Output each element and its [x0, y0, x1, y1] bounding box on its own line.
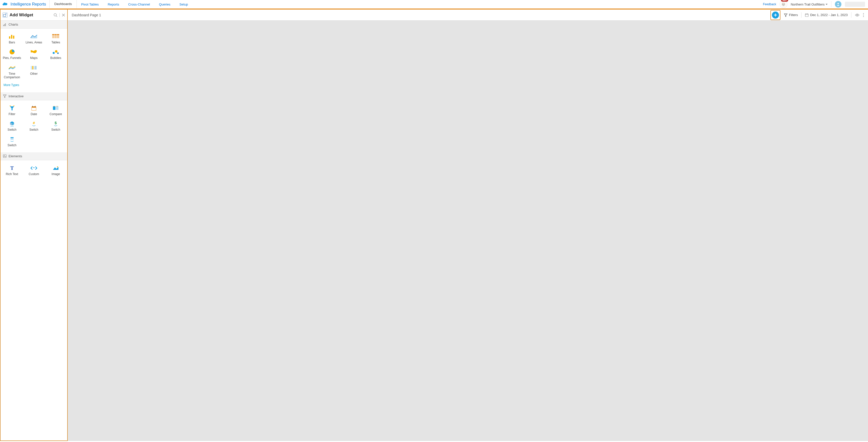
svg-point-24: [53, 52, 55, 54]
widget-switch-hash[interactable]: # Switch: [23, 118, 45, 134]
svg-rect-17: [52, 34, 59, 35]
dashboard-canvas-area: Dashboard Page 1 Filters Dec 1, 2022 - J…: [68, 9, 868, 441]
switch-calendar-icon: [8, 136, 16, 142]
filters-button[interactable]: Filters: [784, 13, 798, 17]
section-body-charts: Bars Lines, Areas Tables Pies, Funnels M…: [0, 29, 67, 92]
divider: [801, 12, 802, 18]
section-header-elements: Elements: [0, 152, 67, 160]
svg-text:T: T: [10, 165, 14, 170]
widget-pies-funnels[interactable]: Pies, Funnels: [1, 46, 23, 62]
pies-icon: [8, 49, 16, 55]
app-title: Intelligence Reports: [10, 2, 46, 6]
funnel-icon: [784, 13, 787, 17]
switch-cube-icon: [8, 121, 16, 126]
tables-icon: [52, 34, 60, 39]
widget-bubbles[interactable]: Bubbles: [45, 46, 67, 62]
bars-icon: [8, 34, 16, 39]
section-body-elements: T Rich Text Custom Image: [0, 160, 67, 181]
widget-date[interactable]: Date: [23, 103, 45, 118]
chevron-down-icon: [826, 4, 828, 5]
add-widget-icon: [2, 12, 7, 18]
svg-line-8: [56, 16, 57, 17]
time-comparison-icon: [8, 65, 16, 70]
custom-icon: [30, 165, 38, 171]
svg-rect-16: [13, 36, 14, 39]
funnel-icon: [3, 94, 6, 98]
section-body-interactive: Filter Date Compare Switch # Switch: [0, 100, 67, 152]
svg-rect-15: [11, 35, 12, 39]
svg-rect-20: [52, 37, 59, 38]
svg-point-2: [784, 4, 784, 4]
svg-rect-19: [52, 36, 59, 37]
canvas-toolbar: Dashboard Page 1 Filters Dec 1, 2022 - J…: [68, 9, 868, 21]
date-range-picker[interactable]: Dec 1, 2022 - Jan 1, 2023: [805, 13, 848, 17]
svg-rect-47: [10, 137, 13, 138]
feedback-link[interactable]: Feedback: [763, 2, 776, 6]
close-icon[interactable]: [62, 13, 65, 17]
compare-widget-icon: [52, 105, 60, 111]
divider: [851, 12, 851, 18]
switch-hash-icon: #: [30, 121, 38, 126]
svg-rect-27: [31, 66, 32, 69]
widget-switch-calendar[interactable]: Switch: [1, 134, 23, 150]
svg-point-7: [54, 13, 57, 16]
other-icon: [30, 65, 38, 70]
nav-tab-cross-channel[interactable]: Cross-Channel: [124, 0, 155, 8]
nav-right: Feedback 99+ Northern Trail Outfitters: [763, 0, 868, 8]
add-widget-button[interactable]: [772, 11, 779, 19]
svg-point-51: [57, 166, 58, 167]
user-name-placeholder: [845, 2, 865, 7]
mascot-icon[interactable]: 99+: [780, 0, 787, 8]
notification-badge: 99+: [781, 0, 788, 2]
nav-tab-pivot-tables[interactable]: Pivot Tables: [77, 0, 103, 8]
visibility-icon[interactable]: [855, 13, 860, 17]
rich-text-icon: T: [8, 165, 16, 171]
nav-tab-setup[interactable]: Setup: [175, 0, 192, 8]
widget-compare[interactable]: Compare: [45, 103, 67, 118]
svg-rect-29: [34, 66, 35, 69]
svg-text:$: $: [55, 121, 57, 125]
nav-tab-queries[interactable]: Queries: [155, 0, 175, 8]
widget-switch-cube[interactable]: Switch: [1, 118, 23, 134]
section-header-charts: Charts: [0, 21, 67, 29]
filter-widget-icon: [8, 105, 16, 111]
user-avatar[interactable]: [835, 1, 841, 7]
more-types-link[interactable]: More Types: [1, 82, 67, 90]
sidebar-header: Add Widget: [0, 9, 67, 21]
lines-areas-icon: [30, 34, 38, 39]
salesforce-cloud-icon: [2, 2, 8, 7]
dashboard-page-name[interactable]: Dashboard Page 1: [72, 13, 101, 17]
svg-rect-39: [56, 106, 58, 110]
svg-point-61: [863, 16, 864, 17]
widget-lines-areas[interactable]: Lines, Areas: [23, 31, 45, 46]
svg-rect-13: [5, 23, 6, 26]
svg-rect-30: [35, 66, 36, 69]
widget-rich-text[interactable]: T Rich Text: [1, 163, 23, 178]
maps-icon: [30, 49, 38, 55]
widget-time-comparison[interactable]: Time Comparison: [1, 62, 23, 82]
widget-filter[interactable]: Filter: [1, 103, 23, 118]
widget-switch-dollar[interactable]: $ Switch: [45, 118, 67, 134]
svg-rect-12: [4, 24, 5, 26]
more-options-icon[interactable]: [863, 13, 864, 17]
account-switcher[interactable]: Northern Trail Outfitters: [791, 2, 828, 6]
widget-other[interactable]: Other: [23, 62, 45, 82]
svg-point-25: [55, 50, 57, 53]
svg-rect-54: [805, 14, 808, 17]
svg-point-26: [57, 53, 59, 54]
widget-custom[interactable]: Custom: [23, 163, 45, 178]
search-icon[interactable]: [54, 13, 57, 17]
widget-bars[interactable]: Bars: [1, 31, 23, 46]
svg-rect-14: [9, 36, 10, 39]
widget-image[interactable]: Image: [45, 163, 67, 178]
nav-tab-dashboards[interactable]: Dashboards: [50, 0, 76, 8]
bubbles-icon: [52, 49, 60, 55]
svg-rect-34: [32, 107, 36, 110]
widget-maps[interactable]: Maps: [23, 46, 45, 62]
date-widget-icon: [30, 105, 38, 111]
widget-tables[interactable]: Tables: [45, 31, 67, 46]
dashboard-canvas[interactable]: [68, 21, 868, 441]
nav-tab-reports[interactable]: Reports: [103, 0, 124, 8]
elements-icon: [3, 154, 6, 158]
svg-point-0: [781, 2, 786, 6]
